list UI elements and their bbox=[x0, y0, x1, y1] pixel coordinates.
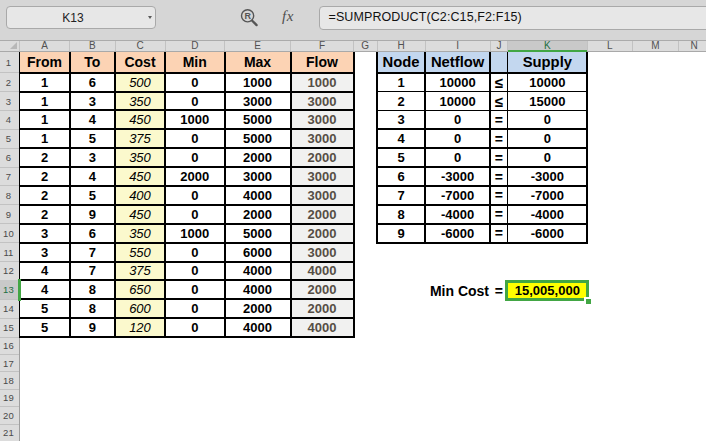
svg-text:R: R bbox=[244, 11, 251, 21]
